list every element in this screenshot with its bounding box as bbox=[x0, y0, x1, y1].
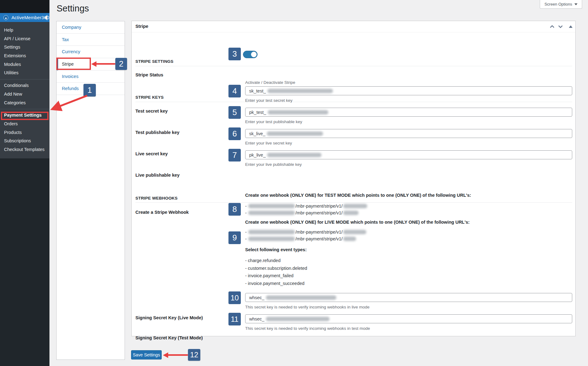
input-value: whsec_ bbox=[249, 316, 264, 321]
live-secret-key-input[interactable]: sk_live_ bbox=[245, 129, 572, 138]
tab-invoices[interactable]: Invoices bbox=[57, 71, 125, 83]
redacted-token bbox=[343, 237, 356, 241]
annotation-arrow-2-line bbox=[96, 63, 115, 65]
save-settings-button[interactable]: Save Settings bbox=[131, 350, 162, 360]
collapse-panel-icon[interactable] bbox=[568, 24, 573, 29]
sidebar-item-help[interactable]: Help bbox=[0, 26, 49, 35]
annotation-box-stripe-tab bbox=[56, 58, 91, 70]
sidebar-item-add-new[interactable]: Add New bbox=[0, 90, 49, 99]
stripe-status-description: Activate / Deactivate Stripe bbox=[245, 80, 295, 85]
screen-options-label: Screen Options bbox=[544, 2, 572, 6]
signing-secret-test-description: This secret key is needed to verify inco… bbox=[245, 326, 370, 331]
sidebar-item-orders[interactable]: Orders bbox=[0, 120, 49, 128]
tab-currency[interactable]: Currency bbox=[57, 46, 125, 58]
annotation-arrow-1 bbox=[43, 91, 96, 116]
move-panel-down-icon[interactable] bbox=[558, 24, 563, 29]
section-divider bbox=[135, 66, 572, 66]
webhook-test-url-1: - /mbr-payment/stripe/v1/ bbox=[245, 204, 367, 209]
panel-title: Stripe bbox=[135, 24, 148, 29]
signing-secret-live-label: Signing Secret Key (Live Mode) bbox=[135, 315, 203, 320]
annotation-badge-8: 8 bbox=[228, 203, 241, 216]
tab-company[interactable]: Company bbox=[57, 21, 125, 34]
stripe-status-label: Stripe Status bbox=[135, 72, 163, 77]
annotation-arrow-12-head bbox=[163, 352, 168, 358]
section-divider bbox=[135, 102, 572, 102]
sidebar-item-products[interactable]: Products bbox=[0, 128, 49, 137]
brand-label: ActiveMember360 bbox=[11, 15, 49, 20]
sidebar-item-conditionals[interactable]: Conditionals bbox=[0, 81, 49, 90]
current-menu-notch-icon bbox=[45, 15, 47, 20]
sidebar-item-utilities[interactable]: Utilities bbox=[0, 69, 49, 77]
stripe-webhooks-heading: STRIPE WEBHOOKS bbox=[135, 196, 178, 200]
redacted-domain bbox=[248, 211, 295, 215]
live-publishable-key-description: Enter your live publishable key bbox=[245, 162, 302, 167]
redacted-token bbox=[343, 204, 367, 208]
webhook-test-url-2: - /mbr-payment/stripe/v1/ bbox=[245, 210, 359, 215]
redacted-domain bbox=[248, 204, 295, 208]
settings-tab-column: Company Tax Currency Stripe Invoices Ref… bbox=[56, 21, 125, 360]
stripe-keys-heading: STRIPE KEYS bbox=[135, 95, 164, 100]
annotation-badge-6: 6 bbox=[228, 127, 241, 140]
event-type-item: - invoice.payment_failed bbox=[245, 272, 307, 280]
redacted-value bbox=[266, 295, 336, 300]
webhook-live-url-1: - /mbr-payment/stripe/v1/ bbox=[245, 230, 366, 235]
annotation-arrow-2-head bbox=[91, 61, 96, 67]
redacted-token bbox=[343, 211, 359, 215]
menu-divider bbox=[0, 79, 49, 80]
sidebar-item-categories[interactable]: Categories bbox=[0, 99, 49, 107]
dash: - bbox=[245, 210, 247, 215]
sidebar-item-settings[interactable]: Settings bbox=[0, 43, 49, 52]
sidebar-item-modules[interactable]: Modules bbox=[0, 60, 49, 69]
dropdown-arrow-icon bbox=[574, 3, 577, 5]
redacted-value bbox=[267, 131, 323, 136]
menu-divider bbox=[0, 109, 49, 109]
stripe-status-toggle[interactable] bbox=[243, 51, 258, 58]
redacted-token bbox=[343, 230, 366, 234]
sidebar-item-subscriptions[interactable]: Subscriptions bbox=[0, 137, 49, 145]
event-type-item: - charge.refunded bbox=[245, 257, 307, 265]
webhook-url-path: /mbr-payment/stripe/v1/ bbox=[296, 204, 343, 209]
tab-tax[interactable]: Tax bbox=[57, 34, 125, 46]
move-panel-up-icon[interactable] bbox=[550, 24, 555, 29]
dash: - bbox=[245, 230, 247, 235]
test-publishable-key-label: Test publishable key bbox=[135, 130, 179, 135]
input-value: whsec_ bbox=[249, 295, 264, 300]
webhook-live-intro: Create one webhook (ONLY ONE) for LIVE M… bbox=[245, 220, 470, 225]
event-types-list: - charge.refunded - customer.subscriptio… bbox=[245, 257, 307, 287]
panel-header[interactable]: Stripe bbox=[132, 21, 575, 32]
admin-topbar bbox=[0, 0, 49, 13]
sidebar-item-extensions[interactable]: Extensions bbox=[0, 52, 49, 60]
test-secret-key-description: Enter your test secret key bbox=[245, 98, 292, 103]
webhook-test-intro: Create one webhook (ONLY ONE) for TEST M… bbox=[245, 193, 471, 198]
test-publishable-key-description: Enter your test publishable key bbox=[245, 119, 302, 124]
annotation-arrow-12-line bbox=[168, 354, 188, 356]
wordpress-admin-screen: ▲ ActiveMember360 Help API / License Set… bbox=[0, 0, 588, 366]
live-secret-key-label: Live secret key bbox=[135, 151, 168, 156]
activemember360-logo-icon: ▲ bbox=[3, 15, 8, 20]
webhook-live-url-2: - /mbr-payment/stripe/v1/ bbox=[245, 236, 356, 241]
event-type-item: - invoice.payment_succeeded bbox=[245, 280, 307, 287]
redacted-domain bbox=[248, 230, 295, 234]
input-value: pk_test_ bbox=[249, 110, 266, 115]
sidebar-item-activemember360[interactable]: ▲ ActiveMember360 bbox=[0, 13, 49, 22]
signing-secret-live-input[interactable]: whsec_ bbox=[245, 293, 572, 302]
annotation-badge-12: 12 bbox=[188, 349, 200, 361]
sidebar-item-checkout-templates[interactable]: Checkout Templates bbox=[0, 145, 49, 154]
redacted-value bbox=[266, 317, 330, 321]
section-divider bbox=[135, 202, 572, 203]
redacted-value bbox=[267, 89, 333, 93]
screen-options-button[interactable]: Screen Options bbox=[540, 0, 582, 9]
sidebar-item-api-license[interactable]: API / License bbox=[0, 35, 49, 43]
save-settings-label: Save Settings bbox=[133, 352, 160, 357]
stripe-settings-heading: STRIPE SETTINGS bbox=[135, 59, 173, 64]
signing-secret-test-input[interactable]: whsec_ bbox=[245, 314, 572, 323]
test-secret-key-input[interactable]: sk_test_ bbox=[245, 86, 572, 95]
sidebar-menu: Help API / License Settings Extensions M… bbox=[0, 22, 49, 158]
annotation-badge-7: 7 bbox=[228, 149, 241, 161]
annotation-box-payment-settings bbox=[1, 112, 49, 120]
test-publishable-key-input[interactable]: pk_test_ bbox=[245, 108, 572, 117]
live-secret-key-description: Enter your live secret key bbox=[245, 141, 292, 145]
live-publishable-key-input[interactable]: pk_live_ bbox=[245, 150, 572, 159]
admin-sidebar: ▲ ActiveMember360 Help API / License Set… bbox=[0, 0, 49, 366]
annotation-badge-10: 10 bbox=[228, 291, 241, 304]
